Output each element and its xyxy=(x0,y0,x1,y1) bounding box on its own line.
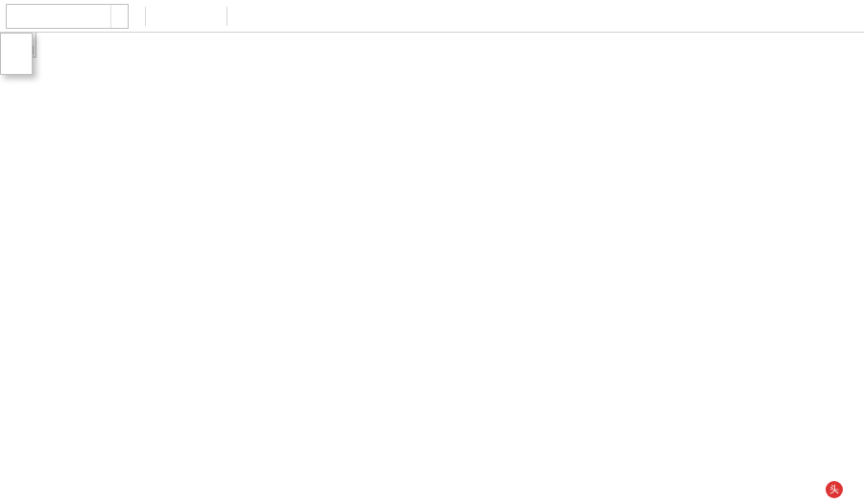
spreadsheet-grid: 头 xyxy=(0,33,864,504)
enter-formula-icon[interactable] xyxy=(174,4,199,29)
name-box-container[interactable] xyxy=(6,4,129,29)
watermark-logo-icon: 头 xyxy=(826,481,843,498)
formula-bar xyxy=(0,0,864,33)
formula-input[interactable] xyxy=(230,4,864,29)
watermark: 头 xyxy=(826,481,851,498)
name-box-dropdown-icon[interactable] xyxy=(110,5,128,28)
annotation-box xyxy=(0,33,33,75)
cancel-formula-icon[interactable] xyxy=(149,4,174,29)
fx-icon[interactable] xyxy=(199,4,224,29)
